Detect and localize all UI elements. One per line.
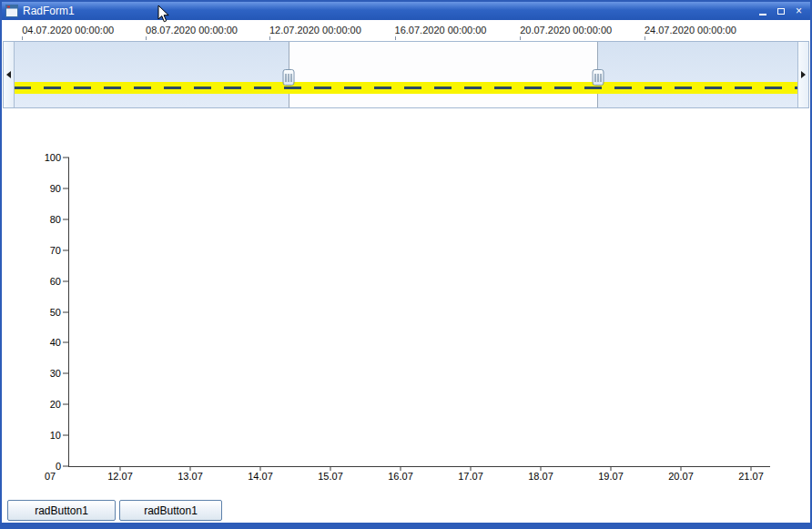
close-button[interactable]: × <box>791 5 807 18</box>
ruler-tick <box>520 36 521 40</box>
y-axis-label: 20 <box>50 399 61 410</box>
ruler-date-label: 20.07.2020 00:00:00 <box>520 25 612 36</box>
navigator-highlight-band <box>14 82 798 94</box>
x-axis-tick <box>681 466 682 471</box>
ruler-date-label: 24.07.2020 00:00:00 <box>645 25 736 36</box>
ruler-tick <box>22 36 23 40</box>
y-axis-tick <box>63 188 69 188</box>
y-axis-label: 100 <box>45 152 61 163</box>
title-bar[interactable]: RadForm1 × <box>2 2 810 20</box>
navigator-handle-left[interactable] <box>282 69 294 86</box>
y-axis-tick <box>63 158 69 158</box>
navigator-scroll-left-button[interactable] <box>4 42 15 107</box>
rad-button-1[interactable]: radButton1 <box>7 500 116 521</box>
x-axis-label: 13.07 <box>178 471 203 482</box>
plot-area: 10090807060504030201000712.0713.0714.071… <box>68 158 770 467</box>
right-triangle-icon <box>801 71 806 78</box>
x-axis-tick <box>260 466 261 471</box>
x-axis-tick <box>611 466 612 471</box>
rad-button-2[interactable]: radButton1 <box>119 500 222 521</box>
y-axis-tick <box>63 404 69 405</box>
maximize-button[interactable] <box>773 5 788 18</box>
x-axis-tick <box>751 466 752 471</box>
x-axis-tick <box>471 466 472 471</box>
x-axis-label: 21.07 <box>738 471 764 482</box>
ruler-tick <box>269 36 270 40</box>
y-axis-tick <box>63 373 69 374</box>
x-axis-label: 14.07 <box>248 471 273 482</box>
x-axis-label: 15.07 <box>318 471 343 482</box>
x-axis-label: 19.07 <box>598 471 624 482</box>
y-axis-label: 70 <box>50 245 61 256</box>
maximize-icon <box>777 8 785 15</box>
rad-form-window: RadForm1 × 04.07.2020 00:00:0008.07.2020… <box>0 0 812 529</box>
navigator-selection[interactable] <box>289 42 598 107</box>
window-controls: × <box>755 5 807 18</box>
y-axis-label: 10 <box>50 430 61 441</box>
grip-icon <box>285 74 291 82</box>
y-axis-tick <box>63 249 69 250</box>
x-axis-label: 16.07 <box>388 471 413 482</box>
y-axis-label: 80 <box>50 214 61 225</box>
grip-icon <box>595 74 602 82</box>
ruler-date-label: 08.07.2020 00:00:00 <box>146 25 238 36</box>
ruler-tick <box>395 36 396 40</box>
x-axis-tick <box>190 466 191 471</box>
navigator-handle-right[interactable] <box>593 69 604 86</box>
navigator-ruler: 04.07.2020 00:00:0008.07.2020 00:00:0012… <box>2 22 810 40</box>
ruler-date-label: 16.07.2020 00:00:00 <box>395 25 487 36</box>
minimize-button[interactable] <box>755 5 770 18</box>
app-icon <box>5 5 18 17</box>
x-axis-tick <box>401 466 401 471</box>
minimize-icon <box>759 14 766 15</box>
y-axis-label: 60 <box>50 276 61 287</box>
y-axis-label: 30 <box>50 368 61 379</box>
form-client-area: 04.07.2020 00:00:0008.07.2020 00:00:0012… <box>2 20 810 523</box>
ruler-date-label: 12.07.2020 00:00:00 <box>269 25 361 36</box>
y-axis-label: 50 <box>50 307 61 318</box>
y-axis-label: 90 <box>50 183 61 194</box>
navigator-scroll-right-button[interactable] <box>797 42 808 107</box>
y-axis-label: 0 <box>56 461 61 472</box>
x-axis-tick <box>120 466 121 471</box>
y-axis-tick <box>63 280 69 281</box>
x-axis-tick <box>330 466 331 471</box>
ruler-tick <box>645 36 645 40</box>
x-axis-tick <box>541 466 542 471</box>
ruler-date-label: 04.07.2020 00:00:00 <box>22 25 114 36</box>
x-axis-label: 17.07 <box>458 471 483 482</box>
x-axis-label: 07 <box>45 471 56 482</box>
y-axis-label: 40 <box>50 337 61 348</box>
navigator-series-line <box>14 86 798 89</box>
y-axis-tick <box>63 311 69 312</box>
y-axis-tick <box>63 466 69 467</box>
y-axis-tick <box>63 435 69 436</box>
navigator-track[interactable] <box>3 41 809 108</box>
y-axis-tick <box>63 219 69 219</box>
x-axis-label: 12.07 <box>107 471 133 482</box>
y-axis-tick <box>63 342 69 343</box>
x-axis-label: 20.07 <box>668 471 694 482</box>
window-title: RadForm1 <box>23 5 755 17</box>
left-triangle-icon <box>6 71 11 78</box>
x-axis-label: 18.07 <box>528 471 553 482</box>
ruler-tick <box>146 36 147 40</box>
